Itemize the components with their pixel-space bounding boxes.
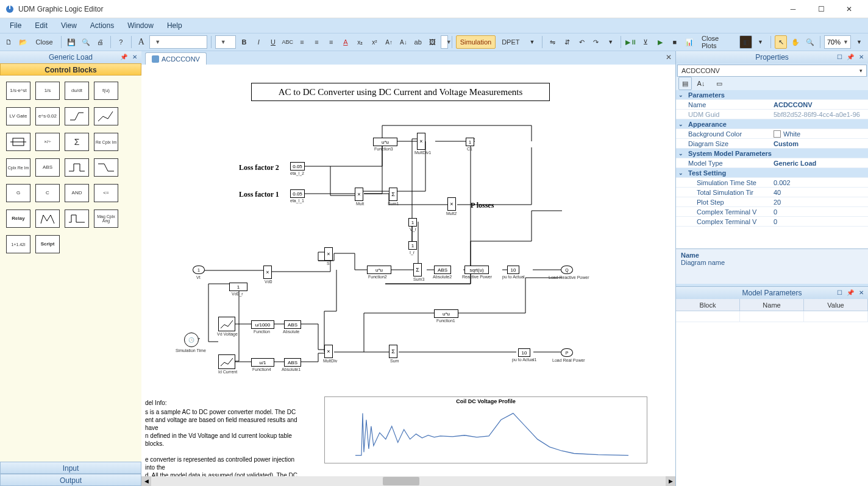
flip-v-icon[interactable]: ⇵ xyxy=(561,35,574,49)
palette-block[interactable] xyxy=(6,133,30,151)
palette-block[interactable]: Relay xyxy=(6,210,30,228)
subscript-icon[interactable]: x₂ xyxy=(354,35,366,49)
close-panel-icon[interactable]: ✕ xyxy=(857,288,866,297)
coil-voltage-plot[interactable]: Coil DC Voltage Profile xyxy=(324,396,647,463)
sum-block[interactable]: Σ xyxy=(389,345,397,358)
palette-block[interactable]: Mag Cplx Ang xyxy=(94,210,118,228)
save-icon[interactable]: 💾 xyxy=(65,35,78,49)
const-block[interactable]: 1 xyxy=(408,218,417,227)
pin-icon[interactable]: 📌 xyxy=(846,52,855,61)
rotate-dropdown-icon[interactable]: ▼ xyxy=(604,35,617,49)
menu-window[interactable]: Window xyxy=(121,20,160,31)
multdiv-block[interactable]: × xyxy=(324,247,333,261)
menu-edit[interactable]: Edit xyxy=(29,20,54,31)
palette-block[interactable]: ABS xyxy=(35,158,60,177)
palette-block[interactable]: 1/s xyxy=(35,82,60,100)
strike-icon[interactable]: ABC xyxy=(281,35,294,49)
pin-icon[interactable]: 📌 xyxy=(846,288,855,297)
rotate-right-icon[interactable]: ↷ xyxy=(589,35,602,49)
prop-page-icon[interactable]: ▭ xyxy=(713,77,726,90)
rotate-left-icon[interactable]: ↶ xyxy=(575,35,588,49)
abs-block[interactable]: ABS xyxy=(284,358,301,367)
function-block[interactable]: u/1 xyxy=(251,358,274,367)
zoom-tool-icon[interactable]: 🔍 xyxy=(803,35,816,49)
font-icon[interactable]: A xyxy=(135,35,148,49)
font-family-combo[interactable]: ▼ xyxy=(149,35,207,49)
palette-block[interactable] xyxy=(65,210,89,228)
open-icon[interactable]: 📂 xyxy=(17,35,30,49)
sum-block[interactable]: Σ xyxy=(413,263,422,276)
flip-h-icon[interactable]: ⇋ xyxy=(546,35,559,49)
close-panel-icon[interactable]: ✕ xyxy=(857,52,866,61)
scroll-right-icon[interactable]: ▶ xyxy=(666,476,675,486)
window-icon[interactable]: ☐ xyxy=(835,288,844,297)
document-tab[interactable]: ACDCCONV xyxy=(145,52,207,65)
mult-block[interactable]: × xyxy=(355,188,363,201)
zoom-dropdown-icon[interactable]: ▼ xyxy=(853,35,866,49)
const-block[interactable]: 1 xyxy=(466,138,474,146)
plot-icon[interactable]: ⊻ xyxy=(639,35,652,49)
dpet-dropdown-icon[interactable]: ▼ xyxy=(525,35,538,49)
window-icon[interactable]: ☐ xyxy=(835,52,844,61)
multdiv-block[interactable]: × xyxy=(263,266,272,279)
palette-block[interactable]: 1/s·e^st xyxy=(6,82,30,100)
horizontal-scrollbar[interactable]: ◀ ▶ xyxy=(141,476,675,486)
palette-block[interactable]: LV Gate xyxy=(6,107,30,125)
run-icon[interactable]: ▶⏸ xyxy=(625,35,638,49)
const-block[interactable]: 0.05 xyxy=(290,189,305,198)
palette-block[interactable]: Script xyxy=(35,235,60,253)
font-color-icon[interactable]: A xyxy=(339,35,352,49)
lookup-block[interactable] xyxy=(218,317,235,331)
function-block[interactable]: u/1000 xyxy=(251,320,274,329)
pin-icon[interactable]: 📌 xyxy=(119,52,128,61)
close-button[interactable]: Close xyxy=(32,35,57,49)
palette-block[interactable]: du/dt xyxy=(65,82,89,100)
palette-block[interactable]: AND xyxy=(65,184,89,202)
function-block[interactable]: u*u xyxy=(434,309,458,318)
palette-block[interactable] xyxy=(94,158,118,177)
properties-object-combo[interactable]: ACDCCONV▾ xyxy=(677,65,867,77)
menu-file[interactable]: File xyxy=(4,20,27,31)
p-output-port[interactable]: P xyxy=(561,348,573,357)
palette-block[interactable]: e^s·0.02 xyxy=(35,107,60,125)
multdiv-block[interactable]: × xyxy=(417,133,425,150)
function-block[interactable]: u*u xyxy=(367,266,391,274)
palette-block[interactable]: C xyxy=(35,184,60,202)
help-icon[interactable]: ? xyxy=(115,35,127,49)
align-right-icon[interactable]: ≡ xyxy=(325,35,338,49)
pan-icon[interactable]: ✋ xyxy=(789,35,802,49)
palette-block[interactable]: <= xyxy=(94,184,118,202)
palette-block[interactable] xyxy=(65,158,89,177)
palette-block[interactable] xyxy=(94,107,118,125)
close-plots-dropdown-icon[interactable]: ▼ xyxy=(754,35,767,49)
dpet-button[interactable]: DPET xyxy=(497,35,524,49)
align-center-icon[interactable]: ≡ xyxy=(310,35,323,49)
highlight-icon[interactable]: ab xyxy=(411,35,424,49)
lookup-block[interactable] xyxy=(218,354,235,369)
gain-block[interactable]: 10 xyxy=(518,348,530,357)
properties-grid[interactable]: ⌄Parameters NameACDCCONV UDM Guid5bf82d5… xyxy=(676,90,868,248)
sum-block[interactable]: Σ xyxy=(389,188,397,201)
model-params-grid[interactable] xyxy=(676,311,868,486)
const-block[interactable]: 1 xyxy=(408,241,417,250)
decrease-font-icon[interactable]: A↓ xyxy=(397,35,410,49)
simulation-button[interactable]: Simulation xyxy=(456,35,496,49)
palette-block[interactable]: 1+1.42i xyxy=(6,235,30,253)
clock-block[interactable]: 🕒 xyxy=(184,333,199,347)
vt-input-port[interactable]: 1 xyxy=(193,266,205,274)
increase-font-icon[interactable]: A↑ xyxy=(383,35,396,49)
font-size-combo[interactable]: ▼ xyxy=(215,35,236,49)
chart-icon[interactable]: 📊 xyxy=(683,35,695,49)
image-combo[interactable]: ▼ xyxy=(441,35,448,49)
pointer-icon[interactable]: ↖ xyxy=(775,35,788,49)
palette-block[interactable]: f(u) xyxy=(94,82,118,100)
close-window-button[interactable]: ✕ xyxy=(835,0,863,18)
play-icon[interactable]: ▶ xyxy=(654,35,667,49)
print-icon[interactable]: 🖨 xyxy=(94,35,107,49)
control-blocks-header[interactable]: Control Blocks xyxy=(0,63,141,76)
alphabetical-icon[interactable]: A↓ xyxy=(694,77,708,90)
palette-block[interactable]: Cplx Re Im xyxy=(6,158,30,177)
scroll-left-icon[interactable]: ◀ xyxy=(141,476,151,486)
superscript-icon[interactable]: x² xyxy=(368,35,381,49)
close-plots-icon[interactable]: ◧ xyxy=(739,35,752,49)
